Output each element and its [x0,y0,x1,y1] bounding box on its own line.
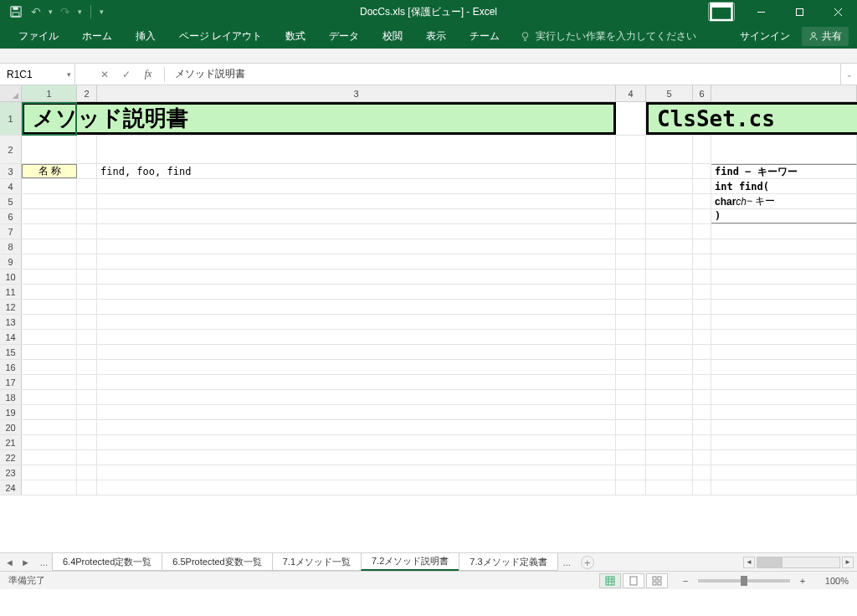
cell[interactable] [711,435,857,449]
cell[interactable] [616,164,646,178]
expand-formula-bar-icon[interactable]: ⌄ [840,64,857,85]
row-header[interactable]: 11 [0,285,22,299]
cell[interactable] [646,435,693,449]
cell[interactable] [711,285,857,299]
row-header[interactable]: 12 [0,300,22,314]
cell[interactable] [616,315,646,329]
sheet-nav-next-icon[interactable]: ► [21,557,30,567]
hscroll-thumb[interactable] [757,557,783,567]
cell[interactable] [616,239,646,254]
ribbon-display-options-icon[interactable] [708,3,735,21]
cell[interactable] [693,224,711,239]
cell[interactable] [616,450,646,465]
cell[interactable] [97,315,616,329]
cell[interactable] [646,239,693,254]
zoom-thumb[interactable] [741,576,747,586]
row-header[interactable]: 22 [0,450,22,465]
cell[interactable] [22,136,77,163]
cell[interactable] [97,239,616,254]
cell[interactable] [693,465,711,480]
tab-page-layout[interactable]: ページ レイアウト [167,23,274,49]
cell[interactable] [77,300,97,314]
save-icon[interactable] [8,4,23,19]
cell[interactable] [693,315,711,329]
cell[interactable] [646,270,693,284]
cell[interactable] [97,224,616,239]
cell[interactable] [711,480,857,495]
cell[interactable] [711,136,857,163]
cell[interactable] [616,254,646,269]
cell[interactable] [77,315,97,329]
cell[interactable] [616,285,646,299]
cell[interactable] [97,179,616,193]
column-header[interactable]: 3 [97,85,616,101]
cell[interactable] [646,164,693,178]
row-header[interactable]: 8 [0,239,22,254]
cell[interactable] [711,224,857,239]
cell[interactable] [97,360,616,374]
tab-team[interactable]: チーム [458,23,511,49]
cell[interactable] [97,375,616,389]
undo-icon[interactable]: ↶ [28,4,44,19]
cell[interactable] [77,164,97,178]
cell[interactable] [616,465,646,480]
cell[interactable] [77,420,97,434]
cell[interactable] [616,270,646,284]
cell[interactable] [711,390,857,404]
cell[interactable] [693,390,711,404]
cell[interactable] [97,420,616,434]
tab-home[interactable]: ホーム [70,23,124,49]
cell-label-name[interactable]: 名 称 [22,164,77,178]
cell[interactable] [693,254,711,269]
row-header[interactable]: 24 [0,480,22,495]
zoom-slider[interactable] [698,579,790,583]
row-header[interactable]: 2 [0,136,22,163]
cell[interactable] [77,375,97,389]
cell[interactable] [77,239,97,254]
cell[interactable] [97,300,616,314]
cell[interactable] [646,285,693,299]
row-header[interactable]: 21 [0,435,22,449]
title-cell-right[interactable]: ClsSet.cs [646,102,857,135]
cell[interactable] [646,136,693,163]
cell[interactable] [616,345,646,359]
cell[interactable] [77,390,97,404]
column-header[interactable]: 5 [646,85,693,101]
cell[interactable] [711,239,857,254]
sheet-tab[interactable]: 6.4Protected定数一覧 [52,553,162,571]
redo-icon[interactable]: ↷ [58,4,73,19]
zoom-in-button[interactable]: + [797,576,808,586]
cell[interactable] [646,345,693,359]
cell[interactable] [693,360,711,374]
cell[interactable] [616,136,646,163]
cell[interactable] [77,465,97,480]
cell[interactable] [97,450,616,465]
cell[interactable] [77,136,97,163]
cell[interactable] [97,345,616,359]
row-header[interactable]: 4 [0,179,22,193]
cell[interactable] [77,330,97,344]
cell[interactable] [646,254,693,269]
cell[interactable]: ) [711,209,857,223]
sheet-tab[interactable]: 7.1メソッド一覧 [272,553,362,571]
cell[interactable] [97,330,616,344]
cell[interactable] [711,420,857,434]
cell[interactable] [22,450,77,465]
cell[interactable] [693,330,711,344]
view-normal-icon[interactable] [599,573,621,588]
column-header-rest[interactable] [711,85,857,101]
cell[interactable] [693,285,711,299]
cell[interactable] [22,390,77,404]
cell[interactable] [693,420,711,434]
hscroll-left-icon[interactable]: ◄ [743,557,755,568]
cell[interactable] [646,450,693,465]
tab-review[interactable]: 校閲 [371,23,414,49]
zoom-percent[interactable]: 100% [815,576,849,586]
cell[interactable] [22,179,77,193]
cell[interactable] [693,345,711,359]
tab-file[interactable]: ファイル [7,23,70,49]
cell[interactable]: find, foo, find [97,164,616,178]
cell[interactable] [77,405,97,419]
cell[interactable] [646,300,693,314]
close-button[interactable] [819,0,857,23]
